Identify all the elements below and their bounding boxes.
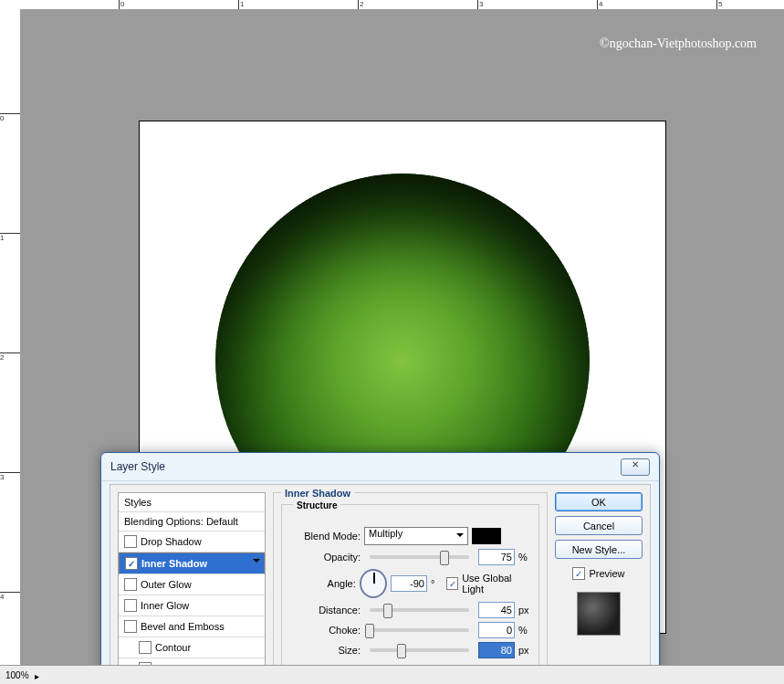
titlebar[interactable]: Layer Style ✕ — [101, 453, 659, 481]
cancel-button[interactable]: Cancel — [555, 516, 643, 535]
opacity-unit: % — [518, 552, 531, 563]
inner-shadow-group: Inner Shadow Structure Blend Mode: Multi… — [273, 492, 548, 684]
style-label: Inner Shadow — [141, 558, 207, 569]
checkbox-icon[interactable] — [139, 641, 152, 654]
distance-unit: px — [518, 605, 531, 616]
workspace: 0 1 2 3 4 5 0 1 2 3 4 ©ngochan-Vietphoto… — [0, 0, 784, 684]
settings-pane: Inner Shadow Structure Blend Mode: Multi… — [273, 492, 548, 669]
distance-slider[interactable] — [370, 608, 469, 612]
size-unit: px — [518, 645, 531, 656]
style-label: Drop Shadow — [141, 536, 202, 547]
size-label: Size: — [289, 645, 361, 656]
ruler-v-tick: 4 — [0, 592, 20, 601]
watermark: ©ngochan-Vietphotoshop.com — [600, 37, 757, 51]
style-inner-glow[interactable]: Inner Glow — [119, 595, 265, 616]
style-bevel-emboss[interactable]: Bevel and Emboss — [119, 616, 265, 637]
angle-unit: ° — [431, 578, 443, 589]
angle-label: Angle: — [289, 578, 356, 589]
style-list-styles[interactable]: Styles — [119, 493, 265, 512]
angle-input[interactable] — [391, 575, 427, 592]
zoom-level[interactable]: 100% — [5, 670, 29, 680]
choke-label: Choke: — [289, 625, 361, 636]
checkbox-icon[interactable] — [124, 599, 137, 612]
ruler-v-tick: 0 — [0, 113, 20, 122]
size-row: Size: px — [289, 642, 531, 658]
style-label: Contour — [155, 642, 191, 653]
angle-dial[interactable] — [360, 569, 387, 598]
ruler-h-tick: 1 — [238, 0, 244, 9]
opacity-input[interactable] — [478, 549, 515, 565]
ruler-v-tick: 1 — [0, 233, 20, 242]
dialog-buttons: OK Cancel New Style... ✓ Preview — [555, 492, 643, 669]
checkbox-icon[interactable] — [124, 578, 137, 591]
ok-button[interactable]: OK — [555, 492, 643, 511]
preview-checkbox[interactable]: ✓ — [572, 567, 585, 580]
style-contour[interactable]: Contour — [119, 637, 265, 658]
layer-style-dialog[interactable]: Layer Style ✕ Styles Blending Options: D… — [100, 452, 660, 678]
preview-row: ✓ Preview — [572, 567, 624, 580]
style-label: Inner Glow — [141, 600, 189, 611]
new-style-button[interactable]: New Style... — [555, 540, 643, 559]
ruler-h-tick: 4 — [597, 0, 602, 9]
size-slider[interactable] — [370, 648, 469, 652]
choke-slider[interactable] — [370, 628, 469, 632]
ruler-h-tick: 0 — [119, 0, 124, 9]
choke-unit: % — [518, 625, 531, 636]
global-light-label: Use Global Light — [462, 573, 531, 595]
style-inner-shadow[interactable]: ✓Inner Shadow — [119, 552, 265, 574]
style-label: Outer Glow — [141, 579, 192, 590]
checkbox-icon[interactable] — [124, 535, 137, 548]
checkbox-checked-icon[interactable]: ✓ — [125, 557, 138, 570]
ruler-v-tick: 2 — [0, 353, 20, 362]
group-title: Inner Shadow — [281, 488, 354, 499]
distance-row: Distance: px — [289, 602, 531, 618]
preview-swatch — [577, 592, 621, 636]
ruler-h-tick: 2 — [358, 0, 363, 9]
ruler-v-tick: 3 — [0, 472, 20, 481]
opacity-slider[interactable] — [370, 555, 469, 559]
blend-mode-row: Blend Mode: Multiply — [289, 527, 531, 545]
choke-input[interactable] — [478, 622, 515, 638]
opacity-label: Opacity: — [289, 552, 361, 563]
shadow-color-swatch[interactable] — [472, 528, 501, 544]
distance-label: Distance: — [289, 605, 361, 616]
ruler-h-tick: 3 — [477, 0, 483, 9]
style-label: Bevel and Emboss — [141, 621, 225, 632]
opacity-row: Opacity: % — [289, 549, 531, 565]
structure-group: Structure Blend Mode: Multiply Opacity: … — [281, 504, 539, 667]
style-outer-glow[interactable]: Outer Glow — [119, 574, 265, 595]
status-bar: 100% ▸ — [0, 665, 784, 684]
style-drop-shadow[interactable]: Drop Shadow — [119, 531, 265, 552]
dialog-title: Layer Style — [110, 460, 165, 473]
preview-label: Preview — [589, 568, 624, 579]
checkbox-icon[interactable] — [124, 620, 137, 633]
close-button[interactable]: ✕ — [621, 458, 650, 476]
angle-row: Angle: ° ✓ Use Global Light — [289, 569, 531, 598]
dialog-body: Styles Blending Options: Default Drop Sh… — [110, 484, 651, 677]
style-list-blending[interactable]: Blending Options: Default — [119, 512, 265, 531]
ruler-h-tick: 5 — [716, 0, 722, 9]
status-chevron-icon[interactable]: ▸ — [35, 671, 42, 679]
size-input[interactable] — [478, 642, 515, 658]
structure-legend: Structure — [293, 500, 340, 510]
distance-input[interactable] — [478, 602, 515, 618]
choke-row: Choke: % — [289, 622, 531, 638]
global-light-checkbox[interactable]: ✓ — [446, 577, 458, 590]
blend-mode-select[interactable]: Multiply — [364, 527, 468, 545]
style-list: Styles Blending Options: Default Drop Sh… — [118, 492, 266, 669]
ruler-vertical: 0 1 2 3 4 — [0, 9, 21, 666]
blend-mode-label: Blend Mode: — [289, 531, 361, 542]
